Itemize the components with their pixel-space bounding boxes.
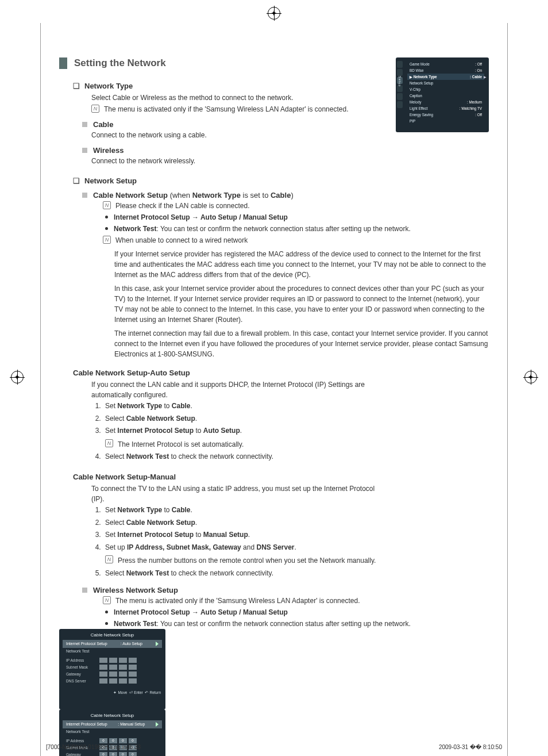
shot-title: Cable Network Setup [59, 709, 165, 720]
bullet-row: Network Test: You can test or confirm th… [103, 224, 489, 234]
menu-row: PIP [407, 118, 484, 124]
side-tab-icon [397, 69, 403, 76]
menu-row: Energy Saving: Off [407, 112, 484, 118]
wireless-desc: Connect to the network wirelessly. [91, 156, 489, 166]
menu-row: Melody: Medium [407, 99, 484, 105]
auto-intro: If you connect the LAN cable and it supp… [91, 379, 379, 400]
paragraph: If your Internet service provider has re… [114, 249, 489, 280]
bullet-row: Network Test: You can test or confirm th… [103, 619, 489, 629]
registration-mark-icon [524, 371, 537, 383]
list-item: Select Network Test to check the network… [103, 567, 489, 580]
page-content: Setting the Network ❏ Network Type Selec… [41, 23, 507, 756]
return-icon: ↶ [145, 690, 148, 694]
list-item: Select Cable Network Setup. [103, 517, 489, 529]
shot-footer: ✦Move ⏎Enter ↶Return [59, 688, 165, 699]
meta-timestamp: 2009-03-31 �� 8:10:50 [439, 744, 502, 750]
h3-auto-setup: Cable Network Setup-Auto Setup [73, 369, 489, 377]
shot-title: Cable Network Setup [59, 629, 165, 640]
heading-bar-icon [59, 57, 67, 69]
menu-row: Network Setup [407, 80, 484, 86]
h3-manual: Cable Network Setup-Manual [73, 473, 489, 481]
shot-row: Network Test [66, 649, 159, 653]
paragraph: In this case, ask your Internet service … [114, 283, 489, 325]
menu-row: Light Effect: Watching TV [407, 105, 484, 112]
ip-grid: IP Address Subnet Mask Gateway DNS Serve… [66, 658, 159, 684]
shot-row: Network Test [66, 730, 159, 734]
paragraph: The internet connection may fail due to … [114, 328, 489, 359]
note-icon: N [103, 201, 111, 209]
menu-row: Game Mode: Off [407, 61, 484, 67]
auto-steps: Set Network Type to Cable. Select Cable … [103, 400, 489, 463]
bullet-row: Internet Protocol Setup → Auto Setup / M… [103, 212, 489, 222]
enter-icon: ⏎ [129, 690, 133, 694]
subhead-cable-network-setup: Cable Network Setup (when Network Type i… [82, 191, 489, 199]
square-bullet-icon: ❏ [73, 82, 80, 90]
heading-text: Setting the Network [74, 57, 166, 69]
grey-square-icon [82, 193, 87, 198]
bullet-icon [105, 216, 108, 218]
menu-row-selected: ▶ Network Type: Cable▶ [407, 74, 484, 80]
move-icon: ✦ [113, 690, 117, 694]
note-row: N When unable to connect to a wired netw… [103, 235, 489, 245]
note-icon: N [103, 596, 111, 604]
shot-selected-row: Internet Protocol Setup: Auto Setup [63, 640, 162, 648]
list-item: Set Network Type to Cable. [103, 400, 489, 413]
grey-square-icon [82, 122, 87, 127]
chevron-right-icon [156, 722, 159, 727]
page-frame: Setting the Network ❏ Network Type Selec… [40, 23, 508, 756]
list-item: Select Cable Network Setup. [103, 413, 489, 425]
subhead-network-setup: ❏ Network Setup [73, 176, 489, 185]
grey-square-icon [82, 588, 87, 593]
note-icon: N [103, 236, 111, 244]
note-row: N Please check if the LAN cable is conne… [103, 201, 489, 211]
manual-steps: Set Network Type to Cable. Select Cable … [103, 504, 489, 580]
registration-mark-icon [268, 7, 280, 20]
list-item: Set Internet Protocol Setup to Auto Setu… [103, 425, 489, 451]
list-item: Select Network Test to check the network… [103, 451, 489, 463]
document-metadata: [7000-NA]BN68-01988H-Eng.indb 33 2009-03… [46, 744, 502, 750]
chevron-right-icon [156, 642, 159, 646]
note-row: N The menu is activated only if the 'Sam… [103, 596, 489, 606]
side-tab-icon [397, 101, 403, 108]
bullet-icon [105, 611, 108, 613]
menu-row: Caption [407, 93, 484, 99]
registration-mark-icon [11, 371, 24, 383]
menu-row: V-Chip [407, 86, 484, 93]
grey-square-icon [82, 148, 87, 153]
screenshot-auto-setup: Cable Network Setup Internet Protocol Se… [59, 629, 165, 709]
bullet-icon [105, 227, 108, 230]
note-icon: N [91, 105, 99, 113]
shot-selected-row: Internet Protocol Setup: Manual Setup [63, 720, 162, 728]
list-item: Set Internet Protocol Setup to Manual Se… [103, 529, 489, 542]
bullet-row: Internet Protocol Setup → Auto Setup / M… [103, 607, 489, 617]
list-item: Set up IP Address, Subnet Mask, Gateway … [103, 542, 489, 567]
setup-side-label: Setup [398, 76, 402, 87]
note-icon: N [105, 555, 113, 563]
side-tab-icon [397, 61, 403, 68]
screenshot-setup-menu: Setup Game Mode: Off BD Wise: On ▶ Netwo… [396, 57, 489, 132]
meta-filename: [7000-NA]BN68-01988H-Eng.indb 33 [46, 744, 141, 750]
list-item: Set Network Type to Cable. [103, 504, 489, 517]
menu-row: BD Wise: On [407, 67, 484, 74]
square-bullet-icon: ❏ [73, 176, 80, 185]
side-tab-icon [397, 93, 403, 100]
manual-intro: To connect the TV to the LAN using a sta… [91, 483, 379, 504]
subhead-wireless-network-setup: Wireless Network Setup [82, 586, 489, 594]
bullet-icon [105, 622, 108, 625]
chevron-right-icon: ▶ [484, 75, 487, 79]
subhead-wireless: Wireless [82, 146, 489, 155]
note-icon: N [105, 439, 113, 447]
